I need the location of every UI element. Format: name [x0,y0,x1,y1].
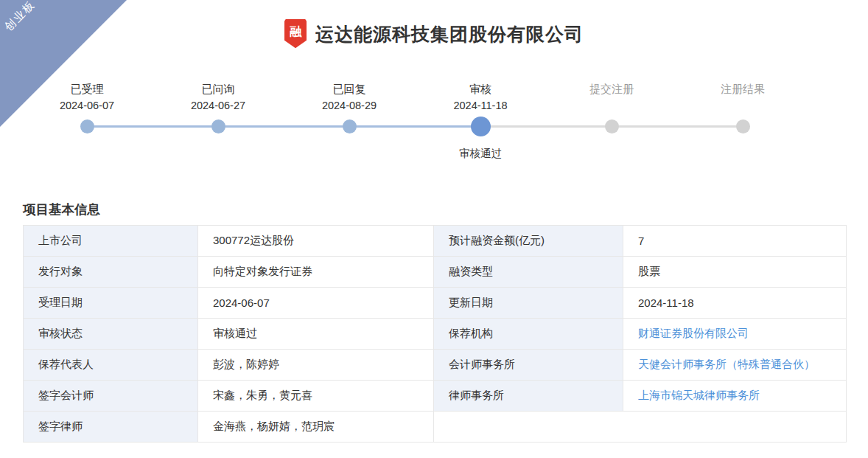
timeline-step-6: 注册结果 [677,81,808,161]
field-label: 发行对象 [24,257,198,288]
section-title: 项目基本信息 [23,201,100,218]
page-header: 融 运达能源科技集团股份有限公司 [0,19,868,49]
timeline-step-date: 2024-11-18 [453,97,507,114]
field-label: 保荐代表人 [24,350,198,381]
timeline-step-label: 已问询 [202,81,235,97]
timeline-step-label: 审核 [469,81,491,97]
financing-badge-icon: 融 [284,19,307,49]
page-title: 运达能源科技集团股份有限公司 [315,22,584,46]
field-label: 签字律师 [24,412,198,443]
timeline-step-date: 2024-08-29 [322,97,377,114]
field-label: 律师事务所 [434,381,623,412]
field-value-link[interactable]: 上海市锦天城律师事务所 [638,389,760,401]
table-row: 受理日期2024-06-07更新日期2024-11-18 [24,288,847,319]
financing-badge-glyph: 融 [290,26,301,38]
timeline-step-2: 已问询2024-06-27 [153,81,284,161]
table-row: 审核状态审核通过保荐机构财通证券股份有限公司 [24,319,847,350]
field-label: 保荐机构 [434,319,623,350]
timeline-step-note: 审核通过 [459,146,502,161]
timeline-step-1: 已受理2024-06-07 [21,81,153,161]
field-label: 受理日期 [24,288,198,319]
timeline-step-label: 已回复 [333,81,366,97]
field-value: 金海燕，杨妍婧，范玥宸 [198,412,434,443]
timeline-step-dot [736,119,750,133]
timeline-step-date: 2024-06-07 [60,97,114,114]
field-label: 签字会计师 [24,381,198,412]
field-value-cell: 天健会计师事务所（特殊普通合伙） [623,350,847,381]
field-label: 会计师事务所 [434,350,623,381]
field-value: 彭波，陈婷婷 [198,350,434,381]
review-timeline: 已受理2024-06-07已问询2024-06-27已回复2024-08-29审… [21,81,808,162]
table-row: 发行对象向特定对象发行证券融资类型股票 [24,257,847,288]
field-value-link[interactable]: 财通证券股份有限公司 [638,327,749,339]
field-label: 更新日期 [434,288,623,319]
timeline-step-5: 提交注册 [546,81,677,161]
timeline-step-dot [471,117,491,136]
field-value: 宋鑫，朱勇，黄元喜 [198,381,434,412]
timeline-step-dot [80,119,94,133]
timeline-step-3: 已回复2024-08-29 [284,81,415,161]
field-value-cell: 上海市锦天城律师事务所 [623,381,847,412]
timeline-step-dot [605,119,619,133]
table-row: 上市公司300772运达股份预计融资金额(亿元)7 [24,226,847,257]
table-row: 保荐代表人彭波，陈婷婷会计师事务所天健会计师事务所（特殊普通合伙） [24,350,847,381]
timeline-steps: 已受理2024-06-07已问询2024-06-27已回复2024-08-29审… [21,81,808,161]
project-info-table: 上市公司300772运达股份预计融资金额(亿元)7发行对象向特定对象发行证券融资… [23,225,847,443]
field-value-link[interactable]: 天健会计师事务所（特殊普通合伙） [638,358,815,370]
empty-cell [434,412,847,443]
field-label: 审核状态 [24,319,198,350]
field-value-cell: 财通证券股份有限公司 [623,319,847,350]
field-value: 股票 [623,257,847,288]
field-value: 2024-06-07 [198,288,434,319]
table-row: 签字会计师宋鑫，朱勇，黄元喜律师事务所上海市锦天城律师事务所 [24,381,847,412]
table-row: 签字律师金海燕，杨妍婧，范玥宸 [24,412,847,443]
timeline-step-dot [343,119,357,133]
field-label: 预计融资金额(亿元) [434,226,623,257]
timeline-step-date: 2024-06-27 [191,97,245,114]
field-value: 向特定对象发行证券 [198,257,434,288]
field-value: 2024-11-18 [623,288,847,319]
field-label: 上市公司 [24,226,198,257]
field-label: 融资类型 [434,257,623,288]
timeline-step-dot [211,119,225,133]
field-value: 300772运达股份 [198,226,434,257]
field-value: 7 [623,226,847,257]
timeline-step-label: 注册结果 [721,81,765,97]
project-status-page: 创业板 融 运达能源科技集团股份有限公司 已受理2024-06-07已问询202… [0,0,868,458]
timeline-step-label: 已受理 [71,81,104,97]
timeline-step-label: 提交注册 [589,81,634,97]
field-value: 审核通过 [198,319,434,350]
timeline-step-4: 审核2024-11-18审核通过 [415,81,546,161]
